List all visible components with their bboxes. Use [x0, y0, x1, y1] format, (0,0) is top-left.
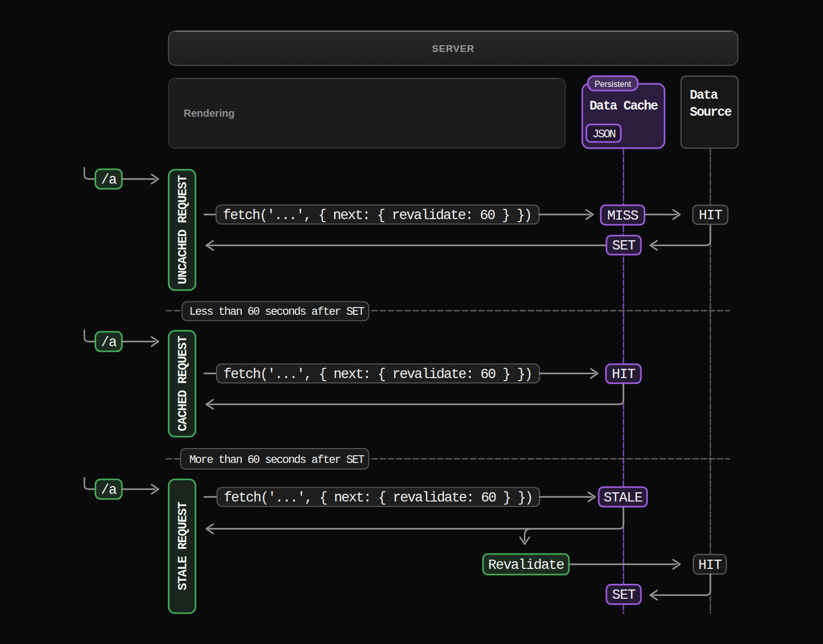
- svg-text:Data: Data: [690, 88, 718, 103]
- svg-text:STALE REQUEST: STALE REQUEST: [176, 502, 190, 590]
- svg-text:SET: SET: [612, 238, 636, 254]
- svg-text:HIT: HIT: [612, 367, 635, 382]
- svg-text:Revalidate: Revalidate: [488, 558, 564, 573]
- svg-text:fetch('...', { next: { revalid: fetch('...', { next: { revalidate: 60 } …: [223, 208, 531, 223]
- svg-text:Data Cache: Data Cache: [589, 99, 658, 114]
- svg-text:/a: /a: [101, 335, 117, 350]
- svg-text:/a: /a: [101, 172, 117, 188]
- svg-text:fetch('...', { next: { revalid: fetch('...', { next: { revalidate: 60 } …: [224, 490, 532, 506]
- svg-text:Rendering: Rendering: [184, 108, 235, 119]
- svg-text:/a: /a: [101, 482, 117, 498]
- svg-text:HIT: HIT: [698, 558, 722, 573]
- svg-text:STALE: STALE: [603, 490, 642, 506]
- svg-text:JSON: JSON: [592, 128, 615, 141]
- svg-text:Source: Source: [690, 105, 731, 120]
- svg-text:SERVER: SERVER: [432, 43, 475, 54]
- svg-text:MISS: MISS: [607, 208, 638, 224]
- svg-text:CACHED REQUEST: CACHED REQUEST: [176, 336, 190, 432]
- svg-text:fetch('...', { next: { revalid: fetch('...', { next: { revalidate: 60 } …: [223, 367, 532, 382]
- svg-text:SET: SET: [612, 587, 636, 603]
- svg-text:Less than 60 seconds after SET: Less than 60 seconds after SET: [189, 306, 365, 318]
- svg-text:Persistent: Persistent: [595, 80, 632, 88]
- svg-text:More than 60 seconds after SET: More than 60 seconds after SET: [189, 454, 365, 467]
- svg-text:UNCACHED REQUEST: UNCACHED REQUEST: [176, 175, 190, 284]
- svg-text:HIT: HIT: [699, 208, 722, 223]
